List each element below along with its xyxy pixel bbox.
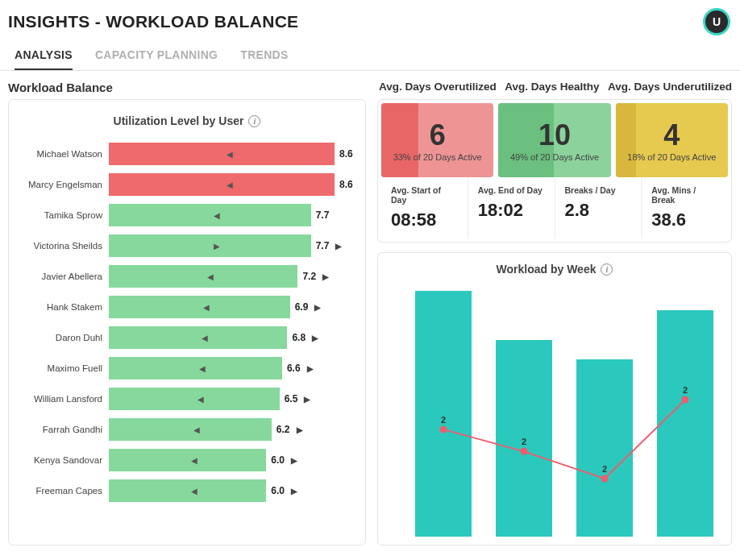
- chevron-left-icon: ◀: [191, 487, 197, 496]
- bar-fill: [109, 479, 266, 502]
- chevron-left-icon: ◀: [191, 456, 197, 465]
- bar-value: 6.0▶: [271, 485, 297, 496]
- bar-track: ◀6.0▶: [109, 449, 335, 471]
- utilization-row: Javier Abellera◀7.2▶: [19, 261, 355, 292]
- utilization-chart-title: Utilization Level by User i: [19, 114, 355, 127]
- utilization-row: Daron Duhl◀6.8▶: [19, 322, 355, 353]
- week-bar: [657, 310, 713, 537]
- line-value-label: 2: [602, 464, 607, 474]
- user-name: Michael Watson: [19, 149, 109, 159]
- week-bar: [576, 359, 633, 537]
- tab-bar: ANALYSIS CAPACITY PLANNING TRENDS: [0, 40, 740, 71]
- week-bar: [415, 291, 472, 537]
- user-avatar[interactable]: U: [703, 8, 730, 35]
- bar-track: ◀8.6: [109, 173, 335, 196]
- bar-fill: [109, 265, 297, 288]
- kpi-healthy: 10 49% of 20 Days Active: [498, 103, 610, 177]
- utilization-row: Kenya Sandovar◀6.0▶: [19, 445, 355, 475]
- user-name: Victorina Sheilds: [19, 241, 109, 251]
- tab-analysis[interactable]: ANALYSIS: [15, 40, 73, 70]
- weekly-chart-title: Workload by Week i: [391, 263, 718, 276]
- bar-value: 6.8▶: [292, 332, 318, 343]
- card-utilization-by-user: Utilization Level by User i Michael Wats…: [8, 99, 366, 545]
- bar-fill: [109, 326, 287, 349]
- section-headings: Workload Balance Avg. Days Overutilized …: [0, 71, 740, 99]
- bar-fill: [109, 143, 335, 165]
- stat-breaks-per-day: Breaks / Day 2.8: [555, 177, 642, 239]
- line-value-label: 2: [441, 415, 446, 425]
- info-icon[interactable]: i: [248, 115, 260, 127]
- utilization-row: Marcy Engelsman◀8.6: [19, 169, 355, 200]
- user-name: Farrah Gandhi: [19, 425, 109, 434]
- card-kpis: 6 33% of 20 Days Active 10 49% of 20 Day…: [377, 99, 732, 243]
- bar-fill: [109, 388, 280, 410]
- bar-track: ◀8.6: [109, 143, 335, 165]
- bar-value: 8.6: [339, 148, 353, 160]
- chevron-left-icon: ◀: [227, 150, 233, 159]
- bar-track: ▶7.7▶: [109, 234, 335, 257]
- chevron-right-icon: ▶: [214, 242, 220, 251]
- line-point: [682, 396, 689, 404]
- user-name: Tamika Sprow: [19, 210, 109, 220]
- tab-capacity-planning[interactable]: CAPACITY PLANNING: [95, 40, 218, 70]
- bar-value: 7.2▶: [302, 271, 329, 282]
- stat-end-of-day: Avg. End of Day 18:02: [468, 177, 555, 239]
- tab-trends[interactable]: TRENDS: [240, 40, 288, 70]
- chevron-right-icon: ▶: [312, 334, 318, 342]
- bar-track: ◀6.8▶: [109, 326, 335, 349]
- bar-value: 6.2▶: [276, 424, 303, 435]
- user-name: Maximo Fuell: [19, 363, 109, 373]
- chevron-right-icon: ▶: [291, 487, 297, 496]
- heading-overutilized: Avg. Days Overutilized: [379, 81, 497, 94]
- utilization-row: William Lansford◀6.5▶: [19, 384, 355, 414]
- chevron-right-icon: ▶: [335, 242, 342, 251]
- kpi-overutilized: 6 33% of 20 Days Active: [381, 103, 493, 177]
- chevron-left-icon: ◀: [202, 334, 208, 342]
- chevron-right-icon: ▶: [307, 364, 314, 373]
- bar-fill: [109, 296, 290, 318]
- line-point: [601, 475, 609, 482]
- bar-fill: [109, 449, 266, 471]
- line-point: [521, 448, 528, 455]
- chevron-left-icon: ◀: [207, 272, 214, 281]
- chevron-right-icon: ▶: [314, 303, 321, 312]
- heading-workload-balance: Workload Balance: [8, 81, 371, 94]
- page-title: INSIGHTS - WORKLOAD BALANCE: [8, 12, 298, 31]
- page-header: INSIGHTS - WORKLOAD BALANCE U: [0, 0, 740, 40]
- utilization-row: Farrah Gandhi◀6.2▶: [19, 414, 355, 445]
- bar-track: ◀6.2▶: [109, 418, 335, 441]
- weekly-chart-area: 2222: [391, 287, 718, 537]
- chevron-right-icon: ▶: [297, 425, 303, 434]
- user-name: Daron Duhl: [19, 333, 109, 342]
- bar-fill: [109, 204, 311, 226]
- chevron-left-icon: ◀: [197, 395, 204, 404]
- bar-value: 6.0▶: [271, 454, 297, 466]
- line-value-label: 2: [522, 437, 526, 446]
- utilization-row: Tamika Sprow◀7.7: [19, 200, 355, 230]
- utilization-row: Victorina Sheilds▶7.7▶: [19, 230, 355, 261]
- bar-value: 6.6▶: [287, 363, 314, 374]
- bar-track: ◀7.7: [109, 204, 335, 226]
- user-name: Javier Abellera: [19, 272, 109, 281]
- chevron-right-icon: ▶: [304, 395, 310, 404]
- bar-track: ◀7.2▶: [109, 265, 335, 288]
- bar-track: ◀6.6▶: [109, 357, 335, 380]
- line-point: [440, 425, 447, 433]
- chevron-left-icon: ◀: [203, 303, 210, 312]
- utilization-row: Freeman Capes◀6.0▶: [19, 475, 355, 506]
- info-icon[interactable]: i: [601, 263, 613, 276]
- stat-start-of-day: Avg. Start of Day 08:58: [381, 177, 468, 239]
- bar-value: 7.7▶: [316, 240, 343, 251]
- user-name: William Lansford: [19, 394, 109, 404]
- chevron-right-icon: ▶: [291, 456, 297, 465]
- utilization-row: Hank Stakem◀6.9▶: [19, 292, 355, 322]
- chevron-left-icon: ◀: [199, 364, 206, 373]
- user-name: Hank Stakem: [19, 302, 109, 312]
- user-name: Freeman Capes: [19, 486, 109, 496]
- bar-value: 7.7: [316, 209, 330, 221]
- card-workload-by-week: Workload by Week i 2222: [377, 252, 732, 545]
- bar-fill: [109, 234, 311, 257]
- bar-track: ◀6.0▶: [109, 479, 335, 502]
- bar-value: 6.9▶: [295, 301, 322, 313]
- bar-track: ◀6.9▶: [109, 296, 335, 318]
